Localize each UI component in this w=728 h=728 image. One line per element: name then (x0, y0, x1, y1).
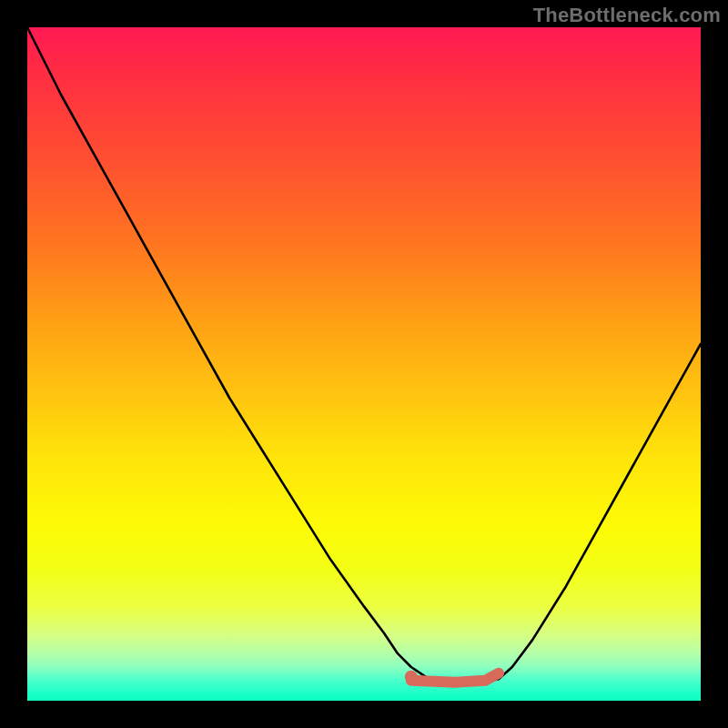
optimal-marker-dot (405, 671, 418, 683)
watermark-text: TheBottleneck.com (533, 4, 721, 27)
chart-frame: { "watermark": "TheBottleneck.com", "col… (0, 0, 728, 728)
curve-svg (27, 27, 701, 701)
plot-area (27, 27, 701, 701)
bottleneck-curve-line (27, 27, 701, 682)
